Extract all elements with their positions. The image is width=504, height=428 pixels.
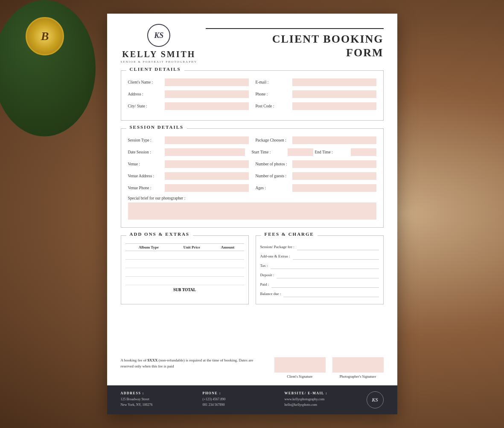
footer-address-heading: ADDRESS : <box>121 391 194 395</box>
addon-row3-col2[interactable] <box>172 268 211 277</box>
brief-label: Special brief for our photographer : <box>128 196 376 200</box>
client-sig-label: Client's Signature <box>287 374 312 379</box>
session-row-3: Venue : Number of photos : <box>128 160 376 168</box>
session-fee-label: Session/ Package fee : <box>260 245 294 249</box>
session-details-section: SESSION DETAILS Session Type : Package C… <box>121 128 384 228</box>
signature-boxes: Client's Signature Photographer's Signat… <box>274 357 384 379</box>
brand-sub: SENIOR & PORTRAIT PHOTOGRAPHY <box>121 60 198 64</box>
session-details-title: SESSION DETAILS <box>126 124 187 130</box>
fees-section: FEES & CHARGE Session/ Package fee : Add… <box>256 235 384 304</box>
email-group: E-mail : <box>256 78 376 86</box>
phone-label: Phone : <box>256 92 290 96</box>
photographer-sig-box: Photographer's Signature <box>332 357 384 379</box>
footer-address-col: ADDRESS : 125 Broadway Street New York, … <box>121 391 194 408</box>
client-signature-input[interactable] <box>274 357 326 373</box>
fee-row-2: Add-ons & Extras : <box>260 253 379 260</box>
end-time-input[interactable] <box>351 148 376 156</box>
venue-phone-input[interactable] <box>165 184 249 192</box>
fee-row-1: Session/ Package fee : <box>260 243 379 250</box>
footer-web-line2: hello@kellysphoto.com <box>285 402 358 408</box>
addon-row3-col3[interactable] <box>212 268 244 277</box>
addon-row3-col1[interactable] <box>125 268 172 277</box>
city-input[interactable] <box>165 102 249 110</box>
table-row <box>125 268 244 277</box>
signature-section: A booking fee of $XXX (non-refundable) i… <box>107 357 397 385</box>
venue-input[interactable] <box>165 160 249 168</box>
addon-row1-col3[interactable] <box>212 251 244 260</box>
postcode-group: Post Code : <box>256 102 376 110</box>
venue-phone-group: Venue Phone : <box>128 184 249 192</box>
ages-input[interactable] <box>292 184 376 192</box>
ages-group: Ages : <box>256 184 376 192</box>
photographer-signature-input[interactable] <box>332 357 384 373</box>
addons-fee-input[interactable] <box>293 253 379 260</box>
fee-row-6: Balance due : <box>260 290 379 297</box>
document-body: CLIENT DETAILS Client's Name : E-mail : … <box>107 70 397 357</box>
addon-row4-col2[interactable] <box>172 277 211 285</box>
venue-label: Venue : <box>128 162 162 166</box>
logo-circle: KS <box>147 24 170 47</box>
email-input[interactable] <box>292 78 376 86</box>
client-name-input[interactable] <box>165 78 249 86</box>
session-type-group: Session Type : <box>128 136 249 144</box>
addon-table-header-row: Album Type Unit Price Amount <box>125 244 244 251</box>
footer-phone-col: PHONE : (+123) 4567.890 081 234 567890 <box>203 391 276 408</box>
col-album-type: Album Type <box>125 244 172 251</box>
client-name-group: Client's Name : <box>128 78 249 86</box>
session-fee-input[interactable] <box>297 243 379 250</box>
addon-row2-col1[interactable] <box>125 260 172 268</box>
footer-web-col: WEBSITE/ E-MAIL : www.kellysphotography.… <box>285 391 358 408</box>
footer-web-heading: WEBSITE/ E-MAIL : <box>285 391 358 395</box>
subtotal-row: SUB TOTAL <box>125 285 244 294</box>
num-guests-input[interactable] <box>292 172 376 180</box>
client-name-label: Client's Name : <box>128 80 162 84</box>
venue-phone-label: Venue Phone : <box>128 186 162 190</box>
num-photos-group: Number of photos : <box>256 160 376 168</box>
paid-label: Paid : <box>260 282 269 286</box>
num-photos-input[interactable] <box>292 160 376 168</box>
venue-group: Venue : <box>128 160 249 168</box>
start-time-input[interactable] <box>288 148 313 156</box>
document-header: KS KELLY SMITH SENIOR & PORTRAIT PHOTOGR… <box>107 14 397 70</box>
email-label: E-mail : <box>256 80 290 84</box>
tax-input[interactable] <box>271 262 379 269</box>
num-photos-label: Number of photos : <box>256 162 290 166</box>
addon-row4-col1[interactable] <box>125 277 172 285</box>
date-session-group: Date Session : <box>128 148 245 156</box>
addon-row1-col1[interactable] <box>125 251 172 260</box>
address-input[interactable] <box>165 90 249 98</box>
deposit-input[interactable] <box>277 272 379 278</box>
address-label: Address : <box>128 92 162 96</box>
note-amount: $XXX <box>148 358 158 362</box>
balance-input[interactable] <box>283 290 379 297</box>
package-input[interactable] <box>292 136 376 144</box>
brief-textarea[interactable] <box>128 202 376 220</box>
table-row <box>125 277 244 285</box>
postcode-input[interactable] <box>292 102 376 110</box>
session-type-input[interactable] <box>165 136 249 144</box>
venue-address-input[interactable] <box>165 172 249 180</box>
addon-row2-col3[interactable] <box>212 260 244 268</box>
brief-group: Special brief for our photographer : <box>128 196 376 221</box>
start-time-label: Start Time : <box>252 150 286 154</box>
deposit-label: Deposit : <box>260 273 274 277</box>
footer-phone-heading: PHONE : <box>203 391 276 395</box>
addon-row1-col2[interactable] <box>172 251 211 260</box>
postcode-label: Post Code : <box>256 104 290 108</box>
phone-group: Phone : <box>256 90 376 98</box>
package-group: Package Choosen : <box>256 136 376 144</box>
client-sig-box: Client's Signature <box>274 357 326 379</box>
session-row-5: Venue Phone : Ages : <box>128 184 376 192</box>
client-details-body: Client's Name : E-mail : Address : Phone <box>121 71 383 120</box>
header-line <box>206 28 383 29</box>
addon-row4-col3[interactable] <box>212 277 244 285</box>
date-session-input[interactable] <box>165 148 245 156</box>
client-row-2: Address : Phone : <box>128 90 376 98</box>
addon-row2-col2[interactable] <box>172 260 211 268</box>
num-guests-group: Number of guests : <box>256 172 376 180</box>
venue-address-group: Venue Address : <box>128 172 249 180</box>
fee-row-5: Paid : <box>260 281 379 288</box>
phone-input[interactable] <box>292 90 376 98</box>
paid-input[interactable] <box>271 281 379 288</box>
brand-name: KELLY SMITH <box>122 49 195 59</box>
